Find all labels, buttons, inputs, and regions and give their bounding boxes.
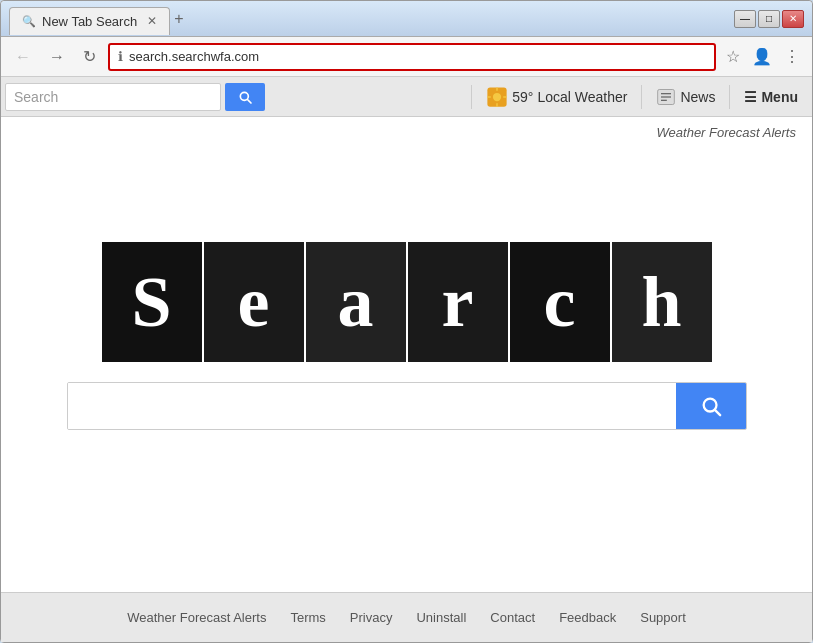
menu-label: Menu — [761, 89, 798, 105]
toolbar: Search 59° Local Weather — [1, 77, 812, 117]
info-icon: ℹ — [118, 49, 123, 64]
weather-forecast-link[interactable]: Weather Forecast Alerts — [1, 117, 812, 140]
main-content: Weather Forecast Alerts S e a r c — [1, 117, 812, 592]
new-tab-button[interactable]: + — [174, 10, 183, 28]
weather-label: Local Weather — [537, 89, 627, 105]
titlebar: 🔍 New Tab Search ✕ + — □ ✕ — [1, 1, 812, 37]
minimize-button[interactable]: — — [734, 10, 756, 28]
logo-letter: S — [131, 266, 171, 338]
svg-point-1 — [493, 92, 501, 100]
toolbar-search-placeholder: Search — [14, 89, 58, 105]
toolbar-search-field[interactable]: Search — [5, 83, 221, 111]
nav-icons: ☆ 👤 ⋮ — [722, 43, 804, 70]
back-button[interactable]: ← — [9, 44, 37, 70]
bookmark-button[interactable]: ☆ — [722, 43, 744, 70]
logo-tile-a: a — [306, 242, 406, 362]
news-label: News — [680, 89, 715, 105]
logo-tile-r: r — [408, 242, 508, 362]
weather-icon — [486, 86, 508, 108]
footer-uninstall-link[interactable]: Uninstall — [416, 610, 466, 625]
divider2 — [641, 85, 642, 109]
search-area: S e a r c h — [1, 140, 812, 592]
logo-letter: r — [442, 266, 474, 338]
footer-feedback-link[interactable]: Feedback — [559, 610, 616, 625]
url-text: search.searchwfa.com — [129, 49, 706, 64]
search-go-icon — [700, 395, 722, 417]
footer-contact-link[interactable]: Contact — [490, 610, 535, 625]
footer-weather-link[interactable]: Weather Forecast Alerts — [127, 610, 266, 625]
address-bar[interactable]: ℹ search.searchwfa.com — [108, 43, 716, 71]
weather-temp: 59° — [512, 89, 533, 105]
menu-icon: ☰ — [744, 89, 757, 105]
close-button[interactable]: ✕ — [782, 10, 804, 28]
divider — [471, 85, 472, 109]
logo-tile-s: S — [102, 242, 202, 362]
main-search-input[interactable] — [68, 383, 676, 429]
more-button[interactable]: ⋮ — [780, 43, 804, 70]
menu-button[interactable]: ☰ Menu — [734, 85, 808, 109]
divider3 — [729, 85, 730, 109]
browser-window: 🔍 New Tab Search ✕ + — □ ✕ ← → ↻ ℹ searc… — [0, 0, 813, 643]
refresh-button[interactable]: ↻ — [77, 43, 102, 70]
search-icon — [237, 89, 253, 105]
window-controls: — □ ✕ — [734, 10, 804, 28]
logo-letter: c — [544, 266, 576, 338]
news-icon — [656, 87, 676, 107]
browser-tab[interactable]: 🔍 New Tab Search ✕ — [9, 7, 170, 35]
footer-support-link[interactable]: Support — [640, 610, 686, 625]
toolbar-search-button[interactable] — [225, 83, 265, 111]
tab-label: New Tab Search — [42, 14, 137, 29]
logo-letter: e — [238, 266, 270, 338]
tab-favicon: 🔍 — [22, 15, 36, 28]
news-button[interactable]: News — [646, 83, 725, 111]
weather-button[interactable]: 59° Local Weather — [476, 82, 637, 112]
logo-tile-e: e — [204, 242, 304, 362]
footer: Weather Forecast Alerts Terms Privacy Un… — [1, 592, 812, 642]
logo-tile-c: c — [510, 242, 610, 362]
navbar: ← → ↻ ℹ search.searchwfa.com ☆ 👤 ⋮ — [1, 37, 812, 77]
svg-line-11 — [715, 410, 720, 415]
person-button[interactable]: 👤 — [748, 43, 776, 70]
logo-letter: a — [338, 266, 374, 338]
logo-tiles: S e a r c h — [102, 242, 712, 362]
maximize-button[interactable]: □ — [758, 10, 780, 28]
main-search-box — [67, 382, 747, 430]
logo-letter: h — [641, 266, 681, 338]
footer-privacy-link[interactable]: Privacy — [350, 610, 393, 625]
logo-tile-h: h — [612, 242, 712, 362]
forward-button[interactable]: → — [43, 44, 71, 70]
main-search-button[interactable] — [676, 383, 746, 429]
tab-close-button[interactable]: ✕ — [147, 14, 157, 28]
footer-terms-link[interactable]: Terms — [290, 610, 325, 625]
